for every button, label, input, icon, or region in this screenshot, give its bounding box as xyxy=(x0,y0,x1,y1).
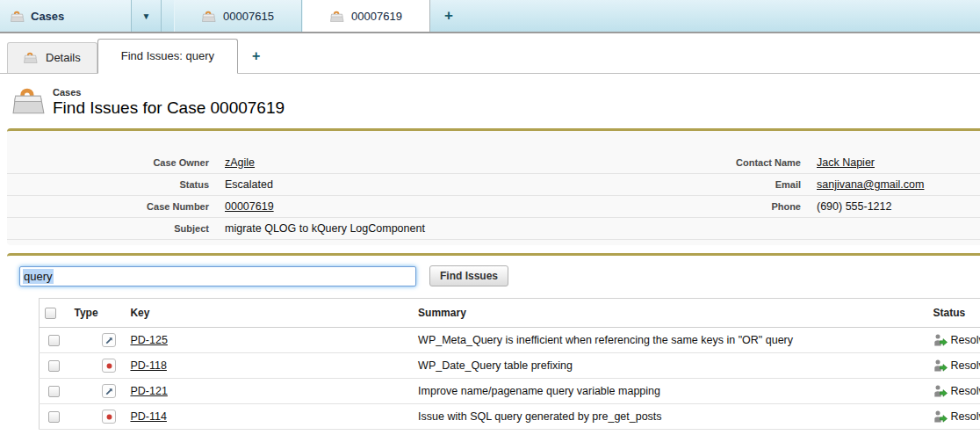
row-checkbox[interactable] xyxy=(48,360,60,372)
improvement-icon xyxy=(102,333,116,347)
subject-value: migrate QLOG to kQuery LogComponent xyxy=(225,222,425,235)
issue-status: Resolved xyxy=(951,410,980,423)
table-row: PD-121 Improve name/pagename query varia… xyxy=(40,379,980,404)
resolved-status-icon xyxy=(933,334,948,346)
issue-status: Resolved xyxy=(951,334,980,346)
column-header-status: Status xyxy=(928,299,980,328)
console-tab-label: 00007615 xyxy=(223,10,274,23)
table-row: PD-125 WP_Meta_Query is inefficient when… xyxy=(40,328,980,353)
select-all-checkbox[interactable] xyxy=(45,308,56,319)
detail-row-contact-name: Contact Name Jack Napier xyxy=(494,152,980,174)
object-label: Cases xyxy=(53,87,285,98)
page-title: Find Issues for Case 00007619 xyxy=(53,98,285,118)
field-label: Subject xyxy=(7,223,225,234)
field-label: Status xyxy=(7,179,225,190)
detail-row-phone: Phone (690) 555-1212 xyxy=(494,196,980,218)
field-label: Phone xyxy=(494,201,817,212)
console-tab-00007615[interactable]: 00007615 xyxy=(174,0,302,32)
subtab-find-issues[interactable]: Find Issues: query xyxy=(97,39,238,74)
detail-row-email: Email sanjivana@gmail.com xyxy=(494,174,980,196)
case-detail-section: Case Owner zAgile Status Escalated Case … xyxy=(7,128,980,245)
console-tab-00007619[interactable]: 00007619 xyxy=(302,0,430,32)
field-label: Case Owner xyxy=(7,157,225,168)
case-number-link[interactable]: 00007619 xyxy=(225,200,274,213)
issue-summary: WP_Meta_Query is inefficient when refere… xyxy=(413,328,927,353)
nav-dropdown-caret[interactable]: ▼ xyxy=(132,0,162,32)
row-checkbox[interactable] xyxy=(48,335,60,346)
find-issues-section: query Find Issues Type Key Summary Statu… xyxy=(7,253,980,435)
email-link[interactable]: sanjivana@gmail.com xyxy=(817,178,924,191)
issue-summary: WP_Date_Query table prefixing xyxy=(413,353,927,379)
bug-icon xyxy=(102,410,116,424)
table-row: PD-114 Issue with SQL query generated by… xyxy=(40,404,980,430)
status-value: Escalated xyxy=(225,178,273,191)
page-header: Cases Find Issues for Case 00007619 xyxy=(0,74,980,123)
table-row: PD-118 WP_Date_Query table prefixing Res… xyxy=(40,353,980,379)
find-issues-button[interactable]: Find Issues xyxy=(429,265,508,286)
field-label: Contact Name xyxy=(494,157,817,168)
detail-row-case-number: Case Number 00007619 xyxy=(7,196,494,218)
detail-row-empty xyxy=(494,218,980,240)
phone-value: (690) 555-1212 xyxy=(817,200,891,213)
cases-object-icon xyxy=(12,85,46,116)
resolved-status-icon xyxy=(933,359,948,372)
tab-gap xyxy=(162,0,174,32)
issues-table: Type Key Summary Status PD-125 WP_Meta_Q… xyxy=(39,298,980,430)
subtab-bar: Details Find Issues: query + xyxy=(0,33,980,74)
row-checkbox[interactable] xyxy=(48,411,60,423)
field-label: Email xyxy=(494,179,817,190)
console-tab-label: 00007619 xyxy=(351,10,402,23)
case-icon xyxy=(24,51,38,64)
subtab-details[interactable]: Details xyxy=(7,42,97,73)
detail-row-case-owner: Case Owner zAgile xyxy=(7,152,494,174)
add-subtab-button[interactable]: + xyxy=(252,48,260,64)
improvement-icon xyxy=(102,384,116,398)
resolved-status-icon xyxy=(933,385,948,397)
search-input-value: query xyxy=(23,269,54,284)
case-owner-link[interactable]: zAgile xyxy=(225,156,255,169)
nav-tab-label: Cases xyxy=(31,10,64,23)
table-header-row: Type Key Summary Status xyxy=(40,299,980,328)
issue-key-link[interactable]: PD-114 xyxy=(130,410,166,423)
row-checkbox[interactable] xyxy=(48,386,60,397)
resolved-status-icon xyxy=(933,410,948,423)
subtab-find-issues-label: Find Issues: query xyxy=(121,49,214,62)
issue-summary: Issue with SQL query generated by pre_ge… xyxy=(413,404,927,430)
subtab-details-label: Details xyxy=(46,51,81,64)
detail-row-status: Status Escalated xyxy=(7,174,494,196)
detail-row-subject: Subject migrate QLOG to kQuery LogCompon… xyxy=(7,218,494,240)
issue-status: Resolved xyxy=(951,359,980,372)
case-icon xyxy=(11,10,25,23)
field-label: Case Number xyxy=(7,201,225,212)
contact-name-link[interactable]: Jack Napier xyxy=(817,156,875,169)
issue-key-link[interactable]: PD-118 xyxy=(130,359,166,372)
issue-key-link[interactable]: PD-125 xyxy=(130,334,167,346)
column-header-type: Type xyxy=(68,299,125,328)
issue-key-link[interactable]: PD-121 xyxy=(130,385,167,397)
issue-status: Resolved xyxy=(951,385,980,397)
bug-icon xyxy=(102,359,116,373)
column-header-key: Key xyxy=(125,299,413,328)
case-icon xyxy=(330,10,344,23)
nav-tab-cases[interactable]: Cases xyxy=(0,0,132,32)
add-console-tab-button[interactable]: + xyxy=(430,0,453,32)
issue-search-input[interactable]: query xyxy=(19,266,416,286)
case-icon xyxy=(202,10,216,23)
issue-summary: Improve name/pagename query variable map… xyxy=(413,379,927,404)
console-tab-bar: Cases ▼ 00007615 00007619 + xyxy=(0,0,980,33)
column-header-summary: Summary xyxy=(413,299,927,328)
